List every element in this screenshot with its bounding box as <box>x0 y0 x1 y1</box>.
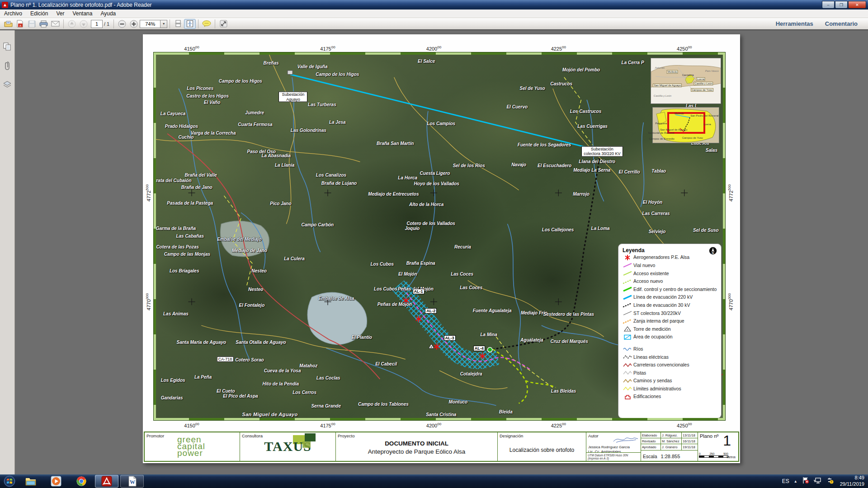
map-label: Sel de Suso <box>693 228 719 233</box>
map-label: Campo de los Higos <box>316 71 359 76</box>
close-button[interactable]: ✕ <box>848 1 866 9</box>
scrolling-mode-button[interactable] <box>172 19 184 29</box>
action-center-flag-icon[interactable] <box>802 477 809 486</box>
approval-cell: J. Rdguez. <box>661 432 682 438</box>
tools-panel-link[interactable]: Herramientas <box>776 20 813 27</box>
windows-taskbar: W ES ▲ 8:49 29/11/2019 <box>0 474 868 488</box>
designation-value: Localización sobre ortofoto <box>498 447 586 453</box>
map-label: San Miguel de Aguayo <box>242 412 298 417</box>
coordinate-label: 420000 <box>426 45 441 52</box>
designation-label: Designación <box>500 433 523 438</box>
map-label: La Llanía <box>275 163 294 168</box>
map-label: Cuesta Ligero <box>420 171 450 176</box>
plan-number-cell: Plano nº 1 0 250 500 Metros <box>698 432 736 461</box>
save-as-pdf-button[interactable]: A <box>14 19 26 29</box>
print-button[interactable] <box>38 19 49 29</box>
menu-archivo[interactable]: Archivo <box>0 10 26 17</box>
previous-page-button[interactable] <box>66 19 78 29</box>
taskbar-media-player-button[interactable] <box>44 475 68 488</box>
map-label: El Cabecil <box>375 361 397 366</box>
map-label: Salas <box>706 147 717 152</box>
map-label: Los Bríagales <box>170 268 199 273</box>
map-label: Bleida <box>499 409 513 414</box>
map-label: Mediajo de Entrecuetos <box>368 191 419 196</box>
map-label: Campo de los Tablones <box>358 401 409 406</box>
boxed-map-label: CA-718 <box>217 357 234 362</box>
zoom-level-value[interactable]: 74% <box>140 20 160 28</box>
comment-bubble-button[interactable] <box>201 19 212 29</box>
legend-item-label: Caminos y sendas <box>633 378 672 383</box>
map-label: Braña Espina <box>406 261 435 266</box>
map-label: Cotera de las Pozas <box>156 244 198 249</box>
map-label: Los Cubos <box>374 286 397 291</box>
menu-bar: ArchivoEdiciónVerVentanaAyuda <box>0 9 868 18</box>
map-label: Prado Hidalgos <box>165 124 198 129</box>
zoom-in-button[interactable] <box>128 19 140 29</box>
legend-item-label: Acceso nuevo <box>633 279 663 284</box>
legend-item-label: Líneas eléctricas <box>633 355 669 360</box>
save-button[interactable] <box>26 19 38 29</box>
page-number-input[interactable] <box>91 20 103 28</box>
map-label: Las Animas <box>163 311 189 316</box>
inset-label: País Vasco <box>705 70 719 72</box>
turbine-label: AL-2 <box>425 308 437 314</box>
map-label: Los Campíos <box>427 121 455 126</box>
network-icon[interactable] <box>814 477 821 486</box>
consultant-cell: Consultora TAXUS <box>240 432 336 461</box>
window-titlebar[interactable]: ▲ Plano nº 1. Localización sobre ortofot… <box>0 0 868 9</box>
zoom-out-button[interactable] <box>116 19 128 29</box>
map-label: Las Turberas <box>308 102 336 107</box>
menu-ventana[interactable]: Ventana <box>68 10 96 17</box>
fit-page-button[interactable] <box>184 19 196 29</box>
map-label: Breñas <box>264 61 279 66</box>
menu-edicion[interactable]: Edición <box>26 10 52 17</box>
legend-item: Límites administrativos <box>623 385 717 393</box>
maximize-button[interactable]: ❐ <box>835 1 848 9</box>
legend-zigzag-icon <box>623 385 633 392</box>
menu-ver[interactable]: Ver <box>52 10 68 17</box>
taskbar-word-button[interactable]: W <box>120 475 144 488</box>
next-page-button[interactable] <box>78 19 90 29</box>
plan-number-label: Plano nº <box>700 433 718 439</box>
taskbar-adobe-reader-button[interactable] <box>95 475 118 488</box>
minimize-button[interactable]: – <box>822 1 835 9</box>
legend-thick-icon <box>623 286 633 292</box>
zoom-dropdown-caret[interactable]: ▼ <box>160 20 167 28</box>
coordinate-label: 4770000 <box>727 293 734 310</box>
show-hidden-icons-icon[interactable]: ▲ <box>794 479 797 483</box>
map-label: Hoyo de los Vallados <box>414 181 459 186</box>
legend-zigzag-icon <box>623 362 633 368</box>
comment-panel-link[interactable]: Comentario <box>825 20 858 27</box>
map-label: Serna Grande <box>311 404 341 408</box>
navigation-pane <box>0 30 15 474</box>
map-label: La Peña <box>194 375 212 380</box>
layers-icon[interactable] <box>3 80 12 89</box>
email-button[interactable] <box>49 19 61 29</box>
map-label: El Cerrillo <box>618 169 640 174</box>
clock[interactable]: 8:49 29/11/2019 <box>838 475 864 488</box>
taskbar-chrome-button[interactable] <box>70 475 93 488</box>
legend-item-label: Límites administrativos <box>633 386 681 391</box>
fullscreen-button[interactable] <box>217 19 229 29</box>
page-thumbnails-icon[interactable] <box>3 42 12 51</box>
north-arrow-icon: N <box>709 247 717 257</box>
coordinate-label: 415000 <box>184 45 199 52</box>
open-file-button[interactable] <box>2 19 14 29</box>
svg-text:W: W <box>130 479 135 485</box>
document-area[interactable]: BreñasValle de IguñaCampo de los HigosCa… <box>15 30 868 474</box>
map-label: El Escuchadero <box>538 163 571 168</box>
taskbar-explorer-button[interactable] <box>19 475 42 488</box>
menu-ayuda[interactable]: Ayuda <box>96 10 120 17</box>
consultant-label: Consultora <box>242 433 263 438</box>
map-label: Pico Jano <box>270 201 291 206</box>
legend-item: Acceso nuevo <box>623 277 717 286</box>
start-button[interactable] <box>2 475 17 488</box>
map-label: Sel de los Ríos <box>453 163 485 168</box>
map-label: La Cayueca <box>160 111 186 116</box>
legend-item: Edif. control y centro de seccionamiento <box>623 285 717 293</box>
approval-cell: Revisado <box>641 438 661 444</box>
updates-alert-icon[interactable] <box>826 477 834 486</box>
map-label: Los Castrucos <box>570 108 601 113</box>
attachments-icon[interactable] <box>3 61 12 70</box>
language-indicator[interactable]: ES <box>782 478 789 484</box>
